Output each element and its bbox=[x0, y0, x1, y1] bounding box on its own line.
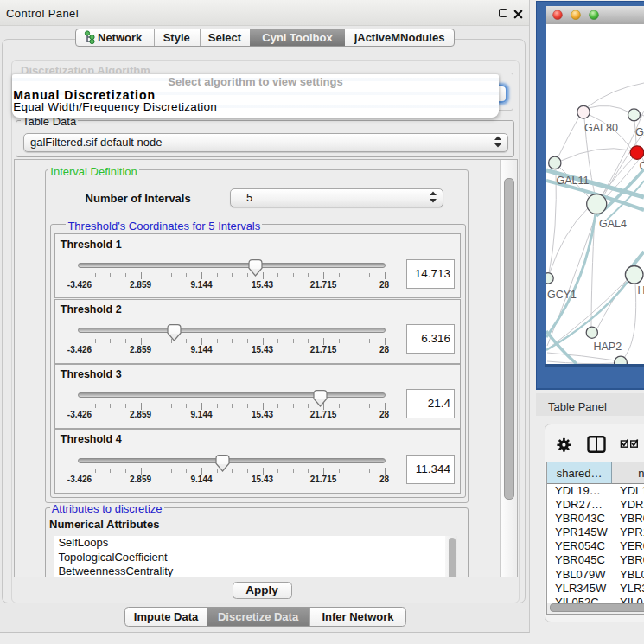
svg-text:HAP2: HAP2 bbox=[593, 341, 622, 353]
svg-text:GAL11: GAL11 bbox=[556, 175, 589, 187]
svg-text:GA: GA bbox=[635, 126, 644, 138]
svg-text:H: H bbox=[637, 284, 644, 296]
svg-text:GAL4: GAL4 bbox=[599, 217, 627, 229]
svg-text:C: C bbox=[639, 159, 644, 171]
svg-text:GAL80: GAL80 bbox=[584, 121, 618, 133]
svg-text:GCY1: GCY1 bbox=[547, 288, 577, 300]
